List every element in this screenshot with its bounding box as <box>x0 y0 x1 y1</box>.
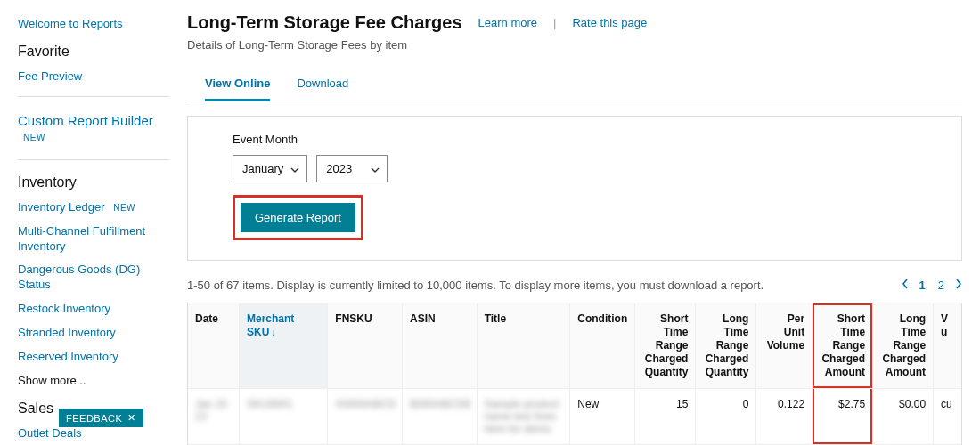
cell-msku: SKU0001 <box>240 389 328 445</box>
cell-fnsku: X0000ABCD <box>328 389 403 445</box>
col-short-amount[interactable]: Short Time Range Charged Amount <box>813 303 873 389</box>
close-icon[interactable]: ✕ <box>127 412 136 424</box>
sidebar-restock[interactable]: Restock Inventory <box>18 297 169 321</box>
chevron-down-icon <box>290 162 299 175</box>
divider <box>18 96 169 97</box>
sidebar-dg-status[interactable]: Dangerous Goods (DG) Status <box>18 258 169 297</box>
sidebar-fee-preview[interactable]: Fee Preview <box>18 65 169 89</box>
sidebar-heading-inventory: Inventory <box>18 167 169 196</box>
sidebar-welcome-link[interactable]: Welcome to Reports <box>18 12 169 36</box>
col-merchant-sku[interactable]: Merchant SKU↓ <box>240 303 328 389</box>
sidebar-mci[interactable]: Multi-Channel Fulfillment Inventory <box>18 220 169 259</box>
new-badge: NEW <box>113 203 135 213</box>
tab-bar: View Online Download <box>187 69 962 101</box>
col-condition[interactable]: Condition <box>570 303 635 389</box>
sidebar: Welcome to Reports Favorite Fee Preview … <box>0 12 178 445</box>
pagination: 1 2 <box>902 277 962 294</box>
col-long-amount[interactable]: Long Time Range Charged Amount <box>873 303 934 389</box>
results-summary: 1-50 of 67 items. Display is currently l… <box>187 279 764 292</box>
cell-long-qty: 0 <box>696 389 756 445</box>
tab-download[interactable]: Download <box>297 69 348 101</box>
cell-short-amount: $2.75 <box>813 389 873 445</box>
generate-report-button[interactable]: Generate Report <box>241 203 355 232</box>
cell-asin: B000ABCDE <box>403 389 478 445</box>
generate-highlight: Generate Report <box>233 195 363 240</box>
tab-view-online[interactable]: View Online <box>205 69 270 101</box>
feedback-label: FEEDBACK <box>66 413 122 424</box>
cell-long-amount: $0.00 <box>873 389 934 445</box>
month-select[interactable]: January <box>233 155 307 182</box>
col-long-qty[interactable]: Long Time Range Charged Quantity <box>696 303 756 389</box>
cell-vu: cu <box>934 389 961 445</box>
col-vu[interactable]: V u <box>934 303 961 389</box>
col-asin[interactable]: ASIN <box>403 303 478 389</box>
separator: | <box>553 16 556 29</box>
sidebar-inventory-ledger[interactable]: Inventory Ledger NEW <box>18 196 169 220</box>
results-table: Date Merchant SKU↓ FNSKU ASIN Title Cond… <box>188 303 961 445</box>
sidebar-heading-favorite: Favorite <box>18 36 169 65</box>
chevron-down-icon <box>371 162 380 175</box>
page-title: Long-Term Storage Fee Charges <box>187 12 462 33</box>
divider <box>18 159 169 160</box>
cell-date: Jan 15 23 <box>188 389 240 445</box>
col-per-unit-volume[interactable]: Per Unit Volume <box>756 303 813 389</box>
month-value: January <box>242 162 283 175</box>
col-title[interactable]: Title <box>477 303 570 389</box>
sidebar-reserved[interactable]: Reserved Inventory <box>18 345 169 369</box>
filter-label-event-month: Event Month <box>233 133 917 146</box>
filter-panel: Event Month January 2023 Generate Report <box>187 116 962 261</box>
page-2[interactable]: 2 <box>936 277 946 294</box>
page-next-icon[interactable] <box>955 279 962 292</box>
sidebar-show-more[interactable]: Show more... <box>18 369 169 393</box>
new-badge: NEW <box>23 133 45 142</box>
learn-more-link[interactable]: Learn more <box>478 16 537 29</box>
main-content: Long-Term Storage Fee Charges Learn more… <box>178 12 980 445</box>
col-date[interactable]: Date <box>188 303 240 389</box>
label: Inventory Ledger <box>18 200 105 214</box>
cell-puv: 0.122 <box>756 389 813 445</box>
col-short-qty[interactable]: Short Time Range Charged Quantity <box>635 303 696 389</box>
table-row: Jan 15 23 SKU0001 X0000ABCD B000ABCDE Sa… <box>188 389 961 445</box>
sidebar-stranded[interactable]: Stranded Inventory <box>18 321 169 345</box>
cell-title: Sample product name text lines here for … <box>477 389 570 445</box>
year-value: 2023 <box>326 162 352 175</box>
page-1[interactable]: 1 <box>918 277 927 294</box>
cell-condition: New <box>570 389 635 445</box>
sidebar-custom-report-builder[interactable]: Custom Report Builder NEW <box>18 104 169 152</box>
page-prev-icon[interactable] <box>902 279 909 292</box>
col-fnsku[interactable]: FNSKU <box>328 303 403 389</box>
sort-desc-icon: ↓ <box>271 327 276 337</box>
feedback-tab[interactable]: FEEDBACK ✕ <box>59 409 143 427</box>
page-subtitle: Details of Long-Term Storage Fees by ite… <box>187 38 962 52</box>
rate-page-link[interactable]: Rate this page <box>572 16 647 29</box>
year-select[interactable]: 2023 <box>316 155 388 182</box>
cell-short-qty: 15 <box>635 389 696 445</box>
crb-label: Custom Report Builder <box>18 113 153 128</box>
results-table-wrap: Date Merchant SKU↓ FNSKU ASIN Title Cond… <box>187 303 962 445</box>
